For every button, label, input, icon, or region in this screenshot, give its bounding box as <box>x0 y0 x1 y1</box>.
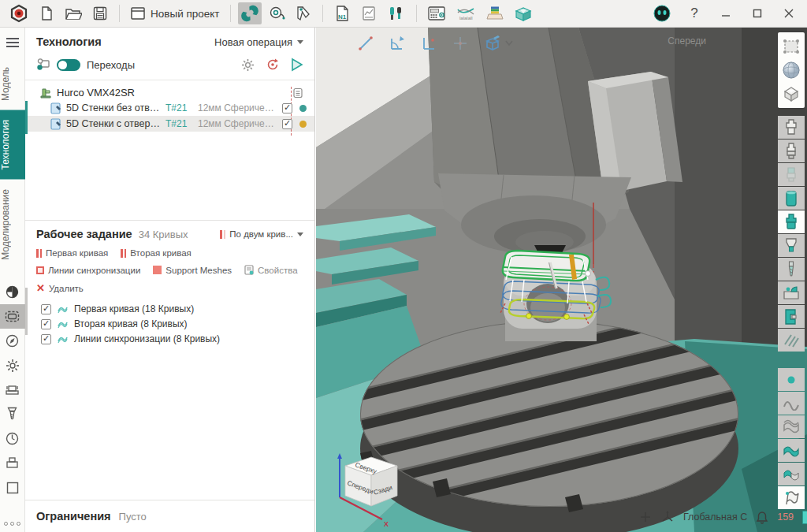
second-curve-legend-button[interactable]: Вторая кривая <box>121 248 192 258</box>
select-surface-button[interactable] <box>778 35 805 58</box>
curve-checkbox[interactable] <box>41 304 51 314</box>
fixture-button[interactable] <box>778 305 805 328</box>
shaded-sphere-button[interactable] <box>778 58 805 81</box>
nc-file-icon: N1 <box>334 5 350 22</box>
tab-simulation[interactable]: Моделирование <box>0 180 25 270</box>
tab-model[interactable]: Модель <box>0 58 25 110</box>
help-button[interactable]: ? <box>682 2 706 24</box>
settings-button[interactable] <box>0 353 25 378</box>
main-menu-button[interactable] <box>6 35 19 50</box>
close-button[interactable] <box>777 2 801 24</box>
display-mode-button[interactable] <box>0 280 25 304</box>
coordinate-system-label[interactable]: Глобальная С <box>683 512 747 523</box>
operation-enabled-checkbox[interactable] <box>282 119 292 129</box>
mesh-square-icon <box>153 266 162 274</box>
operation-row[interactable]: 5D Стенки с отверстием T#21 12мм Сфериче… <box>25 116 314 132</box>
list-item[interactable]: Линии синхронизации (8 Кривых) <box>41 333 303 344</box>
constraints-title: Ограничения <box>36 510 111 523</box>
nc-program-button[interactable]: N1 <box>330 2 354 24</box>
machine-row[interactable]: Hurco VMX42SR <box>25 85 314 100</box>
measure-perpendicular-icon[interactable] <box>420 35 437 52</box>
toolbar-separator <box>119 5 120 22</box>
machine-notes-icon[interactable] <box>292 87 303 99</box>
tool-cone-button[interactable] <box>778 234 805 257</box>
constraints-section[interactable]: Ограничения Пусто <box>25 500 314 532</box>
compass-button[interactable] <box>0 329 25 353</box>
tab-technology[interactable]: Технология <box>0 110 25 180</box>
measure-line-icon[interactable] <box>357 35 374 52</box>
layers-button[interactable] <box>482 2 508 24</box>
panel-scrollbar[interactable] <box>25 288 28 335</box>
properties-button[interactable]: Свойства <box>244 265 298 275</box>
support-meshes-button[interactable]: Support Meshes <box>153 265 232 275</box>
tool-holder-3-button[interactable] <box>778 163 805 186</box>
legend-label: Вторая кривая <box>130 248 192 258</box>
workpiece-button[interactable] <box>0 304 25 329</box>
curve-display-button[interactable] <box>778 392 805 415</box>
assistant-button[interactable] <box>649 2 675 24</box>
new-operation-dropdown[interactable]: Новая операция <box>214 36 303 48</box>
stepped-tool-icon <box>783 213 800 232</box>
report-button[interactable] <box>357 2 381 24</box>
blank-square-button[interactable] <box>0 475 25 500</box>
measure-tape-button[interactable] <box>265 2 288 24</box>
curve-checkbox[interactable] <box>41 319 51 329</box>
run-simulation-icon[interactable] <box>291 58 303 72</box>
gauge-button[interactable] <box>0 426 25 451</box>
flag-display-button[interactable] <box>778 486 805 509</box>
coordinate-system-icon[interactable] <box>660 510 675 524</box>
transitions-toggle[interactable] <box>57 59 80 71</box>
minimize-button[interactable] <box>714 2 738 24</box>
tool-holder-2-button[interactable] <box>778 140 805 162</box>
edit-box-icon[interactable] <box>483 34 502 53</box>
curve-checkbox[interactable] <box>41 334 51 344</box>
tool-button[interactable] <box>0 402 25 426</box>
solid-box-button[interactable] <box>778 82 805 105</box>
app-logo-button[interactable] <box>6 2 32 24</box>
new-file-button[interactable] <box>35 2 58 24</box>
measure-point-icon[interactable] <box>452 35 469 52</box>
viewport-3d[interactable]: Сверху Спереди Сзади X Спереди Глобальна… <box>316 28 807 532</box>
operation-settings-gear-icon[interactable] <box>241 58 255 72</box>
control-panel-button[interactable] <box>424 2 449 24</box>
gauge-icon <box>6 432 19 445</box>
new-project-button[interactable]: Новый проект <box>127 2 223 24</box>
more-tools-button[interactable] <box>4 522 20 526</box>
recalculate-icon[interactable] <box>266 58 280 72</box>
maximize-button[interactable] <box>746 2 769 24</box>
two-curves-icon <box>220 230 225 239</box>
curves-button[interactable]: lalalall <box>452 2 479 24</box>
snap-magnet-button[interactable] <box>238 2 262 24</box>
point-display-button[interactable] <box>778 368 805 391</box>
operation-row[interactable]: 5D Стенки без отверстия T#21 12мм Сферич… <box>25 100 314 116</box>
surface-display-button[interactable] <box>778 415 805 438</box>
operation-enabled-checkbox[interactable] <box>282 103 292 113</box>
wave-surface-button[interactable] <box>778 439 805 462</box>
part-block-button[interactable] <box>778 281 805 304</box>
machine-setup-button[interactable] <box>0 378 25 402</box>
tool-stepped-button[interactable] <box>778 210 805 233</box>
hatch-surface-button[interactable] <box>778 329 805 352</box>
wave-mixed-button[interactable] <box>778 463 805 485</box>
transitions-label: Переходы <box>87 59 135 71</box>
press-button[interactable] <box>0 451 25 475</box>
open-project-button[interactable] <box>61 2 85 24</box>
measure-angle-icon[interactable] <box>389 35 406 52</box>
save-button[interactable] <box>88 2 112 24</box>
notifications-bell-icon[interactable] <box>756 511 768 524</box>
tool-cylinder-button[interactable] <box>778 187 805 210</box>
sync-lines-legend-button[interactable]: Линии синхронизации <box>36 265 140 275</box>
tool-holder-1-button[interactable] <box>778 116 805 139</box>
add-cs-icon[interactable] <box>639 511 652 523</box>
tool-drill-button[interactable] <box>778 258 805 281</box>
first-curve-legend-button[interactable]: Первая кривая <box>36 248 108 258</box>
delete-button[interactable]: ✕Удалить <box>36 282 84 294</box>
list-item[interactable]: Вторая кривая (8 Кривых) <box>41 318 303 329</box>
chevron-down-icon[interactable] <box>505 40 513 47</box>
tools-library-button[interactable] <box>384 2 409 24</box>
caliper-button[interactable] <box>292 2 315 24</box>
stock-box-button[interactable] <box>511 2 536 24</box>
cone-tool-icon <box>783 236 800 255</box>
job-mode-dropdown[interactable]: По двум крив... <box>220 229 303 239</box>
list-item[interactable]: Первая кривая (18 Кривых) <box>41 303 303 314</box>
